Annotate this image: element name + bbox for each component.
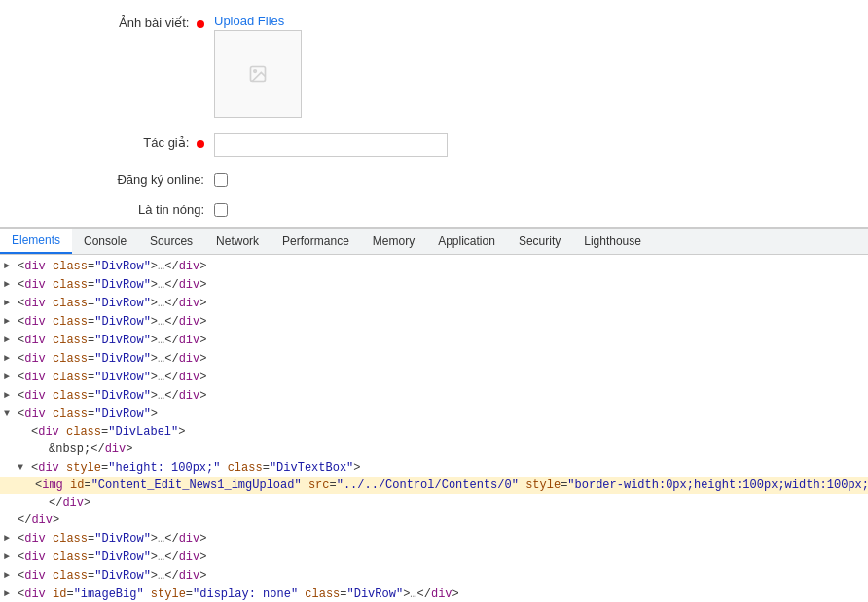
code-line[interactable]: <div class="DivRow">…</div> — [0, 331, 868, 349]
code-line[interactable]: <div class="DivRow">…</div> — [0, 257, 868, 275]
upload-area: Upload Files — [214, 14, 302, 118]
code-line[interactable]: <div class="DivLabel"> — [0, 423, 868, 441]
devtools-panel: Elements Console Sources Network Perform… — [0, 228, 868, 602]
tab-security[interactable]: Security — [507, 229, 572, 254]
tab-performance[interactable]: Performance — [271, 229, 361, 254]
author-input[interactable] — [214, 133, 448, 157]
expand-arrow[interactable] — [4, 349, 18, 368]
author-row: Tác giả: — [0, 129, 868, 160]
code-line[interactable]: <div class="DivRow">…</div> — [0, 529, 868, 548]
tab-memory[interactable]: Memory — [361, 229, 426, 254]
expand-arrow[interactable] — [4, 529, 18, 548]
author-label-text: Tác giả: — [143, 135, 189, 150]
code-line[interactable]: <div class="DivRow">…</div> — [0, 349, 868, 368]
expand-arrow[interactable] — [4, 548, 18, 566]
register-online-row: Đăng ký online: — [0, 166, 868, 191]
code-line[interactable]: <div class="DivRow">…</div> — [0, 294, 868, 312]
register-online-checkbox[interactable] — [214, 173, 228, 187]
svg-point-1 — [254, 70, 257, 73]
tab-console[interactable]: Console — [72, 229, 138, 254]
code-line[interactable]: <div class="DivRow">…</div> — [0, 548, 868, 566]
broken-image-icon — [248, 64, 268, 84]
image-upload-row: Ảnh bài viết: Upload Files — [0, 10, 868, 122]
image-label: Ảnh bài viết: — [97, 14, 214, 30]
code-line[interactable]: </div> — [0, 512, 868, 529]
tab-application[interactable]: Application — [426, 229, 507, 254]
code-line[interactable]: <div class="DivRow">…</div> — [0, 275, 868, 294]
expand-arrow[interactable] — [4, 584, 18, 602]
expand-arrow[interactable] — [4, 386, 18, 405]
code-line-highlighted[interactable]: <img id="Content_Edit_News1_imgUpload" s… — [0, 477, 868, 494]
expand-arrow[interactable] — [18, 458, 31, 477]
devtools-tabs-bar: Elements Console Sources Network Perform… — [0, 228, 868, 255]
expand-arrow[interactable] — [4, 331, 18, 349]
tin-nong-row: Là tin nóng: — [0, 196, 868, 221]
tab-sources[interactable]: Sources — [138, 229, 204, 254]
tin-nong-label: Là tin nóng: — [97, 200, 214, 217]
expand-arrow[interactable] — [4, 312, 18, 331]
code-line[interactable]: <div class="DivRow">…</div> — [0, 566, 868, 584]
expand-arrow[interactable] — [4, 566, 18, 584]
register-online-text: Đăng ký online: — [117, 172, 204, 187]
code-line[interactable]: <div id="imageBig" style="display: none"… — [0, 584, 868, 602]
page-content: Ảnh bài viết: Upload Files Tác giả: Đăng… — [0, 0, 868, 228]
code-line[interactable]: <div class="DivRow"> — [0, 405, 868, 423]
code-line[interactable]: <div style="height: 100px;" class="DivTe… — [0, 458, 868, 477]
expand-arrow[interactable] — [4, 368, 18, 386]
author-label: Tác giả: — [97, 133, 214, 150]
code-line[interactable]: <div class="DivRow">…</div> — [0, 386, 868, 405]
register-online-label: Đăng ký online: — [97, 170, 214, 187]
required-indicator — [197, 20, 204, 28]
tab-elements[interactable]: Elements — [0, 229, 72, 254]
tin-nong-text: Là tin nóng: — [138, 202, 204, 217]
tab-lighthouse[interactable]: Lighthouse — [572, 229, 653, 254]
expand-arrow[interactable] — [4, 405, 18, 423]
upload-files-link[interactable]: Upload Files — [214, 14, 284, 28]
image-preview-box — [214, 30, 302, 118]
author-required-indicator — [197, 140, 204, 148]
devtools-content-area: <div class="DivRow">…</div> <div class="… — [0, 255, 868, 602]
tin-nong-checkbox[interactable] — [214, 203, 228, 217]
code-line[interactable]: <div class="DivRow">…</div> — [0, 368, 868, 386]
expand-arrow[interactable] — [4, 257, 18, 275]
code-line[interactable]: <div class="DivRow">…</div> — [0, 312, 868, 331]
expand-arrow[interactable] — [4, 294, 18, 312]
image-label-text: Ảnh bài viết: — [119, 16, 190, 30]
tab-network[interactable]: Network — [204, 229, 271, 254]
code-line[interactable]: </div> — [0, 494, 868, 512]
expand-arrow[interactable] — [4, 275, 18, 294]
code-line[interactable]: &nbsp;</div> — [0, 441, 868, 458]
